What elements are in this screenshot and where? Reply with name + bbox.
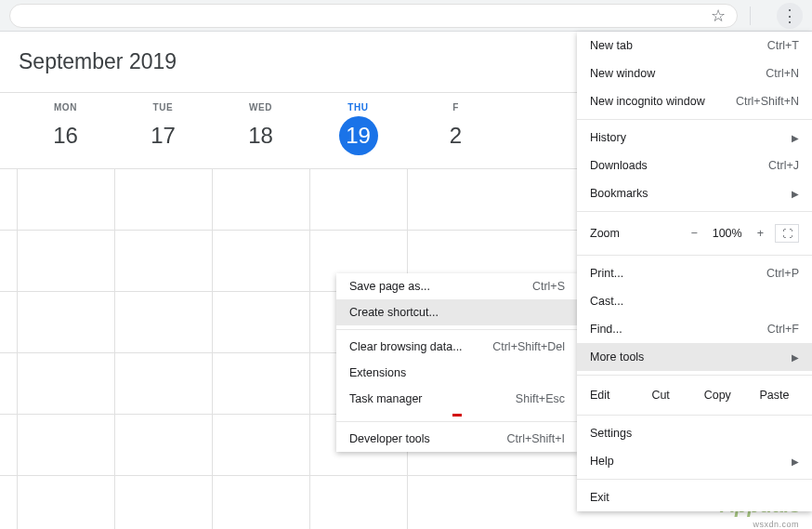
chrome-main-menu: New tab Ctrl+T New window Ctrl+N New inc…: [577, 32, 812, 511]
browser-toolbar: ☆ ⋮: [0, 0, 812, 32]
gutter: [0, 93, 17, 168]
menu-zoom: Zoom − 100% + ⛶: [577, 216, 812, 251]
menu-print[interactable]: Print... Ctrl+P: [577, 259, 812, 287]
menu-bookmarks[interactable]: Bookmarks ▶: [577, 179, 812, 207]
menu-cast[interactable]: Cast...: [577, 287, 812, 315]
paste-button[interactable]: Paste: [750, 389, 799, 402]
menu-separator: [577, 211, 812, 212]
menu-separator: [577, 415, 812, 416]
dow-label: MON: [54, 102, 77, 112]
menu-separator: [336, 421, 578, 422]
month-title: September 2019: [19, 49, 177, 74]
menu-label: Create shortcut...: [349, 306, 439, 319]
menu-shortcut: Ctrl+Shift+N: [736, 95, 799, 108]
dow-label: F: [452, 102, 459, 112]
menu-separator: [577, 479, 812, 480]
submenu-create-shortcut[interactable]: Create shortcut...: [336, 299, 578, 325]
menu-new-window[interactable]: New window Ctrl+N: [577, 60, 812, 87]
menu-help[interactable]: Help ▶: [577, 447, 812, 475]
dow-label: THU: [347, 102, 368, 112]
dow-label: WED: [249, 102, 272, 112]
dow-label: TUE: [153, 102, 174, 112]
menu-label: More tools: [590, 350, 644, 364]
date-number: 17: [151, 116, 176, 155]
submenu-task-manager[interactable]: Task manager Shift+Esc: [336, 386, 578, 412]
submenu-clear-browsing[interactable]: Clear browsing data... Ctrl+Shift+Del: [336, 334, 578, 360]
menu-separator: [336, 329, 578, 330]
menu-label: Settings: [590, 427, 632, 440]
menu-label: Task manager: [349, 392, 423, 405]
menu-separator: [577, 375, 812, 376]
watermark-url: wsxdn.com: [753, 520, 799, 529]
more-tools-submenu: Save page as... Ctrl+S Create shortcut..…: [336, 273, 578, 452]
chevron-right-icon: ▶: [792, 456, 799, 467]
menu-edit: Edit Cut Copy Paste: [577, 379, 812, 411]
day-col-mon[interactable]: MON 16: [17, 93, 114, 168]
menu-label: Help: [590, 455, 614, 468]
date-number: 19: [339, 116, 378, 155]
chevron-right-icon: ▶: [792, 133, 799, 143]
edit-label: Edit: [590, 389, 610, 402]
menu-label: New incognito window: [590, 95, 705, 108]
star-icon[interactable]: ☆: [711, 6, 726, 26]
zoom-out-button[interactable]: −: [690, 227, 697, 240]
submenu-save-page[interactable]: Save page as... Ctrl+S: [336, 273, 578, 299]
menu-shortcut: Ctrl+P: [766, 267, 799, 280]
chevron-right-icon: ▶: [792, 352, 799, 363]
menu-shortcut: Ctrl+Shift+Del: [492, 340, 565, 353]
menu-shortcut: Ctrl+T: [767, 39, 799, 52]
day-col-fri[interactable]: F 2: [407, 93, 504, 168]
menu-new-incognito[interactable]: New incognito window Ctrl+Shift+N: [577, 87, 812, 115]
menu-shortcut: Ctrl+N: [766, 67, 799, 80]
day-col-tue[interactable]: TUE 17: [114, 93, 212, 168]
fullscreen-icon[interactable]: ⛶: [775, 224, 799, 243]
zoom-label: Zoom: [590, 227, 620, 240]
day-col-wed[interactable]: WED 18: [212, 93, 309, 168]
menu-label: New tab: [590, 39, 633, 52]
menu-shortcut: Shift+Esc: [516, 392, 565, 405]
zoom-in-button[interactable]: +: [757, 227, 764, 240]
toolbar-separator: [750, 7, 751, 25]
menu-separator: [577, 119, 812, 120]
menu-settings[interactable]: Settings: [577, 419, 812, 447]
menu-more-tools[interactable]: More tools ▶: [577, 343, 812, 371]
chevron-right-icon: ▶: [792, 189, 799, 199]
menu-downloads[interactable]: Downloads Ctrl+J: [577, 152, 812, 179]
menu-label: Developer tools: [349, 432, 430, 445]
menu-label: History: [590, 131, 626, 144]
menu-label: Save page as...: [349, 280, 430, 293]
annotation-mark: [452, 414, 462, 417]
menu-label: Extensions: [349, 366, 406, 379]
menu-separator: [577, 255, 812, 256]
menu-label: Exit: [590, 491, 609, 504]
copy-button[interactable]: Copy: [693, 389, 742, 402]
date-number: 2: [450, 116, 462, 155]
menu-shortcut: Ctrl+J: [768, 159, 799, 172]
menu-label: New window: [590, 67, 655, 80]
menu-label: Print...: [590, 267, 623, 280]
menu-find[interactable]: Find... Ctrl+F: [577, 315, 812, 343]
kebab-icon: ⋮: [781, 6, 798, 26]
menu-label: Cast...: [590, 295, 623, 308]
menu-exit[interactable]: Exit: [577, 483, 812, 511]
date-number: 16: [53, 116, 78, 155]
menu-label: Downloads: [590, 159, 648, 172]
menu-shortcut: Ctrl+S: [532, 280, 565, 293]
menu-new-tab[interactable]: New tab Ctrl+T: [577, 32, 812, 60]
submenu-extensions[interactable]: Extensions: [336, 360, 578, 386]
date-number: 18: [248, 116, 273, 155]
submenu-dev-tools[interactable]: Developer tools Ctrl+Shift+I: [336, 426, 578, 452]
day-col-thu[interactable]: THU 19: [309, 93, 407, 168]
chrome-menu-button[interactable]: ⋮: [777, 3, 803, 29]
menu-label: Find...: [590, 323, 622, 336]
menu-history[interactable]: History ▶: [577, 124, 812, 152]
menu-label: Bookmarks: [590, 187, 648, 200]
zoom-value: 100%: [709, 227, 746, 240]
menu-shortcut: Ctrl+F: [767, 323, 799, 336]
cut-button[interactable]: Cut: [636, 389, 686, 402]
address-bar[interactable]: ☆: [9, 4, 738, 28]
menu-shortcut: Ctrl+Shift+I: [506, 432, 565, 445]
menu-label: Clear browsing data...: [349, 340, 463, 353]
